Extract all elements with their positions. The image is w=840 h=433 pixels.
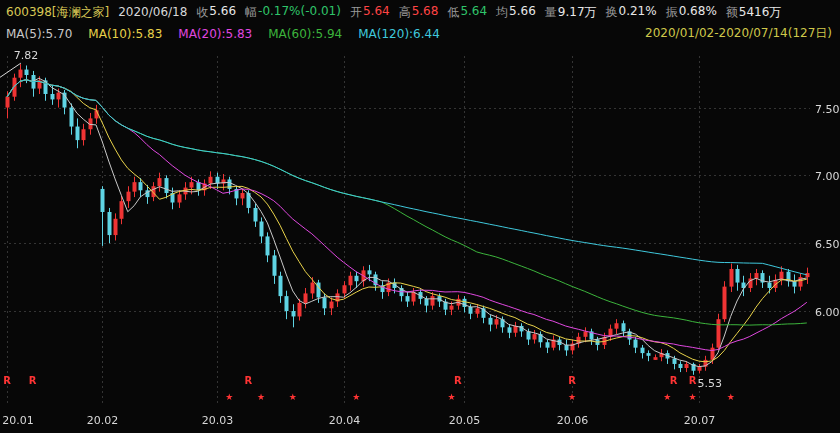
quote-date: 2020/06/18 bbox=[118, 5, 187, 19]
ma10-legend: MA(10):5.83 bbox=[88, 27, 162, 41]
kline-chart[interactable] bbox=[0, 44, 840, 433]
stat-amount: 额5416万 bbox=[726, 4, 782, 21]
ma-legend-row: MA(5):5.70 MA(10):5.83 MA(20):5.83 MA(60… bbox=[0, 23, 840, 44]
ma60-legend: MA(60):5.94 bbox=[268, 27, 342, 41]
stat-close: 收5.66 bbox=[196, 4, 236, 21]
stat-high: 高5.68 bbox=[399, 4, 439, 21]
stat-turnover: 换0.21% bbox=[606, 4, 657, 21]
stat-amplitude: 振0.68% bbox=[666, 4, 717, 21]
stat-avg: 均5.66 bbox=[496, 4, 536, 21]
date-range-label: 2020/01/02-2020/07/14(127日) bbox=[645, 25, 832, 42]
ma20-legend: MA(20):5.83 bbox=[178, 27, 252, 41]
ma5-legend: MA(5):5.70 bbox=[6, 27, 72, 41]
ma120-legend: MA(120):6.44 bbox=[358, 27, 440, 41]
stat-volume: 量9.17万 bbox=[545, 4, 597, 21]
stat-change: 幅-0.17%(-0.01) bbox=[245, 4, 341, 21]
stat-open: 开5.64 bbox=[350, 4, 390, 21]
stock-title: 600398[海澜之家] bbox=[6, 4, 109, 21]
stat-low: 低5.64 bbox=[447, 4, 487, 21]
header-row-quote: 600398[海澜之家] 2020/06/18 收5.66 幅-0.17%(-0… bbox=[0, 0, 840, 23]
